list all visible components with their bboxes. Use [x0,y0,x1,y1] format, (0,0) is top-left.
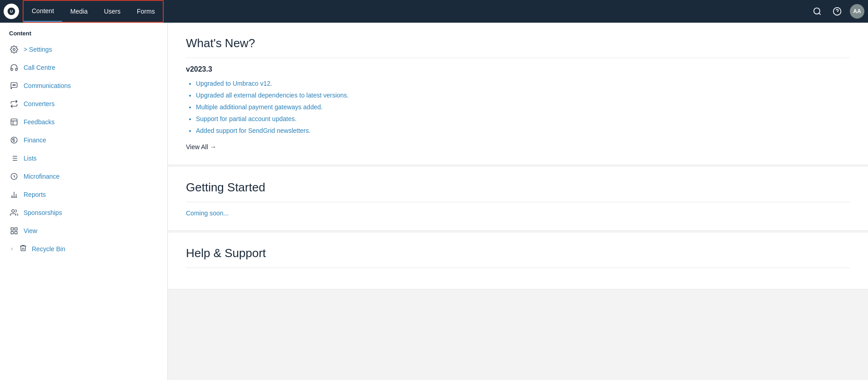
trash-icon [19,244,27,253]
version-item-4: Support for partial account updates. [196,114,850,124]
svg-rect-26 [11,228,13,230]
sidebar-item-lists[interactable]: Lists [0,149,167,167]
svg-rect-29 [15,232,17,234]
svg-point-8 [14,85,15,86]
microfinance-label: Microfinance [24,173,59,180]
view-all-link[interactable]: View All → [186,143,216,151]
user-avatar[interactable]: AA [850,4,864,19]
content-area: What's New? v2023.3 Upgraded to Umbraco … [168,23,868,380]
microfinance-icon [9,171,19,181]
nav-forms[interactable]: Forms [129,1,163,22]
communications-icon [9,81,19,91]
svg-point-25 [12,209,15,212]
whats-new-title: What's New? [186,36,850,50]
feedbacks-label: Feedbacks [24,118,54,126]
version-list: Upgraded to Umbraco v12. Upgraded all ex… [186,79,850,136]
settings-label: > Settings [24,46,52,53]
version-item-3: Multiple additional payment gateways add… [196,102,850,112]
version-item-2: Upgraded all external dependencies to la… [196,91,850,100]
svg-line-3 [819,13,821,15]
nav-users[interactable]: Users [96,1,129,22]
settings-icon [9,44,19,54]
sidebar-item-reports[interactable]: Reports [0,185,167,204]
view-label: View [24,227,37,234]
version-item-1: Upgraded to Umbraco v12. [196,79,850,88]
svg-point-9 [15,85,16,86]
version-item-5: Added support for SendGrid newsletters. [196,126,850,136]
getting-started-title: Getting Started [186,180,850,195]
svg-rect-28 [11,232,13,234]
sidebar-item-settings[interactable]: > Settings [0,40,167,58]
call-centre-label: Call Centre [24,64,55,71]
finance-label: Finance [24,136,46,144]
svg-text:U: U [10,9,13,14]
svg-point-7 [13,85,14,86]
feedbacks-icon [9,117,19,127]
help-icon[interactable] [830,4,844,19]
recycle-bin-label: Recycle Bin [32,245,65,253]
sidebar: Content > Settings Call Centre [0,23,168,380]
version-title: v2023.3 [186,65,850,73]
svg-rect-27 [15,228,17,230]
divider-3 [186,268,850,268]
view-icon [9,226,19,236]
sponsorships-label: Sponsorships [24,209,62,216]
svg-point-6 [13,49,15,51]
finance-icon [9,135,19,145]
getting-started-section: Getting Started Coming soon... [168,167,868,231]
sidebar-item-converters[interactable]: Converters [0,95,167,113]
converters-icon [9,99,19,109]
sidebar-item-microfinance[interactable]: Microfinance [0,167,167,185]
divider-2 [186,202,850,202]
communications-label: Communications [24,82,71,89]
top-nav-right: AA [810,4,864,19]
sponsorships-icon [9,208,19,218]
sidebar-item-recycle-bin[interactable]: Recycle Bin [0,240,167,258]
top-nav-items: Content Media Users Forms [23,0,164,23]
top-navigation: U Content Media Users Forms AA [0,0,868,23]
expand-icon [9,246,15,252]
call-centre-icon [9,63,19,73]
converters-label: Converters [24,100,54,107]
lists-label: Lists [24,155,37,162]
nav-media[interactable]: Media [62,1,96,22]
main-layout: Content > Settings Call Centre [0,23,868,380]
sidebar-item-sponsorships[interactable]: Sponsorships [0,204,167,222]
sidebar-item-view[interactable]: View [0,222,167,240]
svg-point-2 [814,8,820,14]
help-support-section: Help & Support [168,233,868,289]
help-support-title: Help & Support [186,246,850,260]
sidebar-item-call-centre[interactable]: Call Centre [0,58,167,77]
sidebar-title: Content [0,23,167,40]
sidebar-item-feedbacks[interactable]: Feedbacks [0,113,167,131]
coming-soon-text: Coming soon... [186,209,850,217]
sidebar-item-communications[interactable]: Communications [0,77,167,95]
whats-new-section: What's New? v2023.3 Upgraded to Umbraco … [168,23,868,165]
sidebar-item-finance[interactable]: Finance [0,131,167,149]
nav-content[interactable]: Content [24,1,62,22]
lists-icon [9,153,19,163]
reports-label: Reports [24,191,46,198]
reports-icon [9,190,19,200]
search-icon[interactable] [810,4,824,19]
svg-rect-10 [11,119,17,125]
divider [186,58,850,58]
logo[interactable]: U [4,4,19,19]
